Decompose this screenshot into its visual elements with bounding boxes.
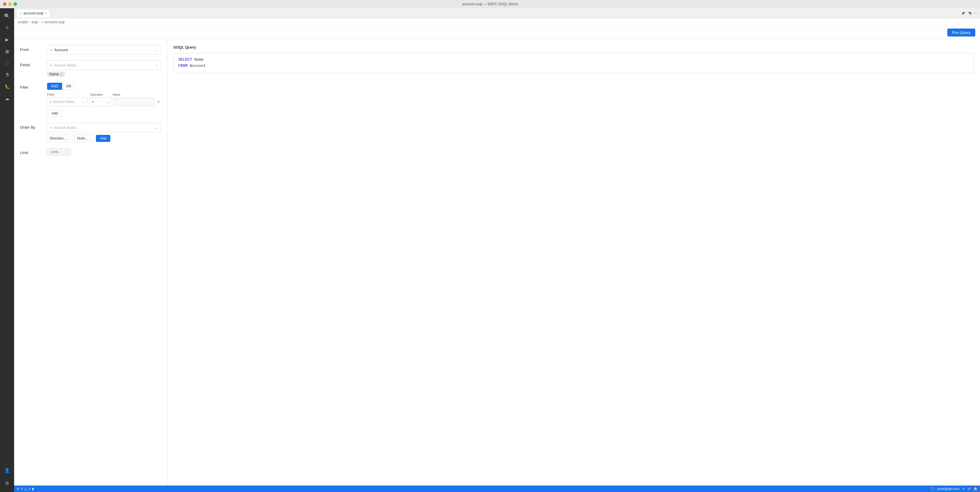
order-direction-chevron-icon: ⌄ xyxy=(68,137,70,140)
error-icon: ✕ xyxy=(16,487,19,491)
toolbar: Run Query xyxy=(14,26,980,39)
sidebar-item-bug[interactable]: 🐛 xyxy=(2,81,12,92)
from-dropdown[interactable]: ● Account ⌄ xyxy=(47,45,161,54)
file-icon: ≡ xyxy=(20,11,21,15)
fields-tags: Name ✕ xyxy=(47,72,161,77)
filter-field-placeholder: Search Fields... xyxy=(52,100,77,104)
maximize-button[interactable] xyxy=(14,2,17,6)
status-notification-icon[interactable]: 🔔 xyxy=(974,487,978,491)
breadcrumb-soql[interactable]: soql xyxy=(32,20,38,24)
soql-from-object: Account xyxy=(190,64,206,68)
filter-and-button[interactable]: AND xyxy=(47,83,62,90)
fields-control: ● Search fields... ⌄ Name ✕ xyxy=(47,61,161,77)
sidebar-item-flask[interactable]: ⚗ xyxy=(2,69,12,80)
filter-field-chevron-icon: ⌄ xyxy=(83,101,85,104)
filter-logic-buttons: AND OR xyxy=(47,83,161,90)
tab-close-button[interactable]: × xyxy=(45,12,47,15)
filter-col-value-label: Value xyxy=(112,93,154,96)
field-tag-remove[interactable]: ✕ xyxy=(60,73,62,76)
filter-add-button[interactable]: Add xyxy=(47,110,62,117)
breadcrumb-file[interactable]: account.soql xyxy=(45,20,64,24)
from-label: From xyxy=(20,45,43,52)
filter-row: Filter AND OR Field Operator Value xyxy=(20,83,161,117)
field-tag-name: Name ✕ xyxy=(47,72,65,77)
soql-from-keyword: FROM xyxy=(178,64,188,68)
window-title: account.soql — SDFX SOQL Demo xyxy=(462,2,518,6)
sidebar-item-settings[interactable]: ⚙ xyxy=(2,478,12,489)
layout-button[interactable]: ◥ xyxy=(968,11,971,16)
cloud-icon: ☁ xyxy=(5,96,10,101)
soql-panel-title: SOQL Query xyxy=(173,45,974,50)
more-options-button[interactable]: ⋯ xyxy=(974,11,978,16)
filter-remove-button[interactable]: ✕ xyxy=(156,100,161,104)
filter-condition-row: ● Search Fields... ⌄ = ⌄ ✕ xyxy=(47,97,161,106)
content-area: From ● Account ⌄ Fields ● xyxy=(14,39,980,486)
close-button[interactable] xyxy=(3,2,6,6)
order-by-placeholder: Search fields... xyxy=(54,125,156,130)
tab-account-soql[interactable]: ≡ account.soql × xyxy=(16,9,50,18)
soql-select-keyword: SELECT xyxy=(178,58,192,62)
sidebar-item-run[interactable]: ▶ xyxy=(2,34,12,45)
status-user-email[interactable]: jhork@dev.com xyxy=(937,487,960,490)
filter-col-operator-label: Operator xyxy=(90,93,111,96)
split-view-button[interactable]: ◤ xyxy=(963,11,966,16)
filter-value-input[interactable] xyxy=(114,97,154,106)
order-by-control: ● Search fields... ⌄ Direction... ⌄ Null… xyxy=(47,123,161,142)
from-control: ● Account ⌄ xyxy=(47,45,161,54)
sidebar: 🔍 ① ▶ ▦ □ ⚗ 🐛 ☁ 👤 ⚙ xyxy=(0,8,14,492)
filter-or-button[interactable]: OR xyxy=(62,83,75,90)
order-nulls-dropdown[interactable]: Nulls... ⌄ xyxy=(75,134,94,142)
status-user-icon: ◯ xyxy=(931,487,934,491)
settings-icon: ⚙ xyxy=(5,481,9,486)
title-bar: account.soql — SDFX SOQL Demo xyxy=(0,0,980,8)
status-menu-icon[interactable]: ≡ xyxy=(963,487,964,490)
order-add-button[interactable]: Add xyxy=(96,135,110,142)
minimize-button[interactable] xyxy=(8,2,12,6)
sidebar-item-cloud[interactable]: ☁ xyxy=(2,93,12,104)
dashboard-icon: □ xyxy=(6,61,8,65)
tab-filename: account.soql xyxy=(23,11,43,15)
sidebar-item-search[interactable]: 🔍 xyxy=(2,11,12,21)
order-by-search-icon: ● xyxy=(50,126,52,129)
breadcrumb-icon: ≡ xyxy=(41,20,43,24)
filter-field-dropdown[interactable]: ● Search Fields... ⌄ xyxy=(47,97,88,106)
from-chevron-icon: ⌄ xyxy=(156,48,158,51)
limit-row: Limit xyxy=(20,148,161,156)
filter-col-field-label: Field xyxy=(47,93,88,96)
bug-icon: 🐛 xyxy=(5,84,10,89)
limit-label: Limit xyxy=(20,148,43,155)
limit-input[interactable] xyxy=(47,148,71,156)
filter-field-search-icon: ● xyxy=(50,101,51,104)
filter-operator-chevron-icon: ⌄ xyxy=(107,101,110,104)
filter-operator-dropdown[interactable]: = ⌄ xyxy=(89,97,112,106)
traffic-lights xyxy=(3,2,17,6)
warning-icon: △ xyxy=(24,487,27,491)
fields-label: Fields xyxy=(20,61,43,67)
filter-control: AND OR Field Operator Value ● xyxy=(47,83,161,117)
fields-placeholder: Search fields... xyxy=(54,63,156,67)
sidebar-item-user[interactable]: 👤 xyxy=(2,465,12,476)
sidebar-item-data[interactable]: ▦ xyxy=(2,46,12,56)
run-query-button[interactable]: Run Query xyxy=(947,29,975,37)
sidebar-item-dashboard[interactable]: □ xyxy=(2,58,12,68)
limit-control xyxy=(47,148,161,156)
filter-column-headers: Field Operator Value xyxy=(47,93,161,96)
order-by-row: Order By ● Search fields... ⌄ Direction.… xyxy=(20,123,161,142)
order-by-label: Order By xyxy=(20,123,43,129)
status-bar: ✕ 0 △ 0 ▮ ◯ jhork@dev.com ≡ ☍ 🔔 xyxy=(14,486,980,492)
soql-code-block: SELECT Name FROM Account xyxy=(173,53,974,73)
order-by-dropdown[interactable]: ● Search fields... ⌄ xyxy=(47,123,161,132)
from-search-icon: ● xyxy=(50,48,52,51)
order-direction-dropdown[interactable]: Direction... ⌄ xyxy=(47,134,73,142)
main-panel: ≡ account.soql × ◤ ◥ ⋯ scripts › soql › … xyxy=(14,8,980,492)
status-bar-left: ✕ 0 △ 0 ▮ xyxy=(16,487,34,491)
query-builder-panel: From ● Account ⌄ Fields ● xyxy=(14,39,167,486)
breadcrumb-scripts[interactable]: scripts xyxy=(18,20,28,24)
order-options-row: Direction... ⌄ Nulls... ⌄ Add xyxy=(47,134,161,142)
order-nulls-chevron-icon: ⌄ xyxy=(89,137,92,140)
flask-icon: ⚗ xyxy=(5,72,9,78)
status-chat-icon[interactable]: ☍ xyxy=(967,487,970,491)
sidebar-item-git[interactable]: ① xyxy=(2,22,12,33)
fields-dropdown[interactable]: ● Search fields... ⌄ xyxy=(47,61,161,70)
from-row: From ● Account ⌄ xyxy=(20,45,161,54)
